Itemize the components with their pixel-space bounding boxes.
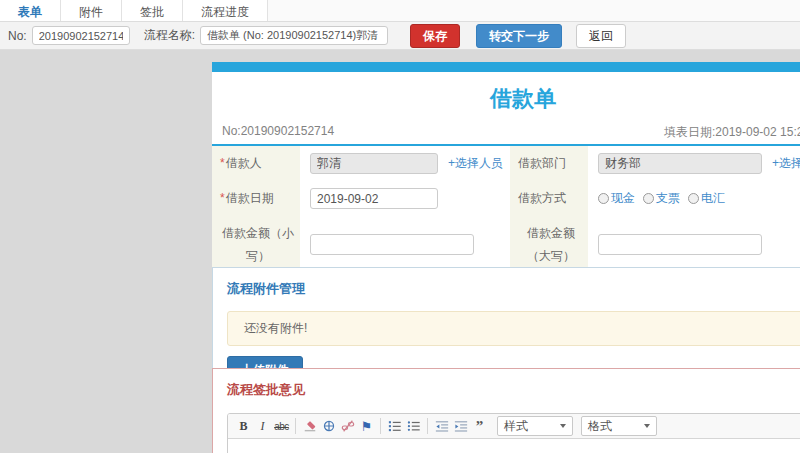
bold-icon[interactable]: B [234,417,253,435]
form-meta: No:20190902152714 填表日期:2019-09-02 15:27:… [212,124,800,142]
radio-wire[interactable]: 电汇 [688,190,725,207]
radio-cash[interactable]: 现金 [598,190,635,207]
toolbar-separator [427,418,428,434]
loan-date-input[interactable] [310,188,438,209]
no-attachments-alert: 还没有附件! [227,311,800,346]
chevron-down-icon [644,424,650,428]
rich-text-editor: B I abc ⚑ [227,413,800,453]
editor-content-area[interactable] [228,439,800,453]
borrower-label: *借款人 [212,146,300,181]
back-button[interactable]: 返回 [576,24,626,48]
tab-approval[interactable]: 签批 [122,0,183,21]
borrower-input[interactable] [310,153,438,174]
italic-icon[interactable]: I [253,417,272,435]
no-input[interactable] [32,26,130,45]
tab-attachments[interactable]: 附件 [61,0,122,21]
doc-number: No:20190902152714 [222,124,334,138]
loan-method-label: 借款方式 [510,181,588,216]
tab-bar: 表单 附件 签批 流程进度 [0,0,800,22]
save-button[interactable]: 保存 [410,24,460,48]
radio-icon [598,193,609,204]
amount-upper-input[interactable] [598,234,762,255]
select-department-link[interactable]: +选择部门 [772,155,800,172]
process-name-input[interactable] [200,26,388,45]
panel-top-bar [212,62,800,72]
forward-next-step-button[interactable]: 转交下一步 [476,24,562,48]
department-field: +选择部门 [588,146,800,181]
unlink-icon[interactable] [338,417,357,435]
bullet-list-icon[interactable] [404,417,423,435]
anchor-flag-icon[interactable]: ⚑ [357,417,376,435]
radio-icon [643,193,654,204]
amount-upper-label: 借款金额（大写） [510,216,588,274]
process-name-label: 流程名称: [144,27,195,44]
amount-lower-label: 借款金额（小写） [212,216,300,274]
numbered-list-icon[interactable] [385,417,404,435]
no-label: No: [8,29,27,43]
styles-dropdown[interactable]: 样式 [497,416,573,436]
required-mark: * [220,191,225,205]
radio-icon [688,193,699,204]
borrower-field: +选择人员 [300,146,510,181]
loan-date-label: *借款日期 [212,181,300,216]
format-dropdown[interactable]: 格式 [581,416,657,436]
select-person-link[interactable]: +选择人员 [448,155,503,172]
fill-date: 填表日期:2019-09-02 15:27:1 [664,124,800,141]
chevron-down-icon [560,424,566,428]
loan-method-radio-group: 现金 支票 电汇 [598,190,733,207]
required-mark: * [220,156,225,170]
tab-process-progress[interactable]: 流程进度 [183,0,268,21]
amount-upper-field [588,216,800,274]
remove-format-icon[interactable] [300,417,319,435]
indent-icon[interactable] [451,417,470,435]
tab-form[interactable]: 表单 [0,0,61,21]
department-input[interactable] [598,153,762,174]
attachments-section-title: 流程附件管理 [227,280,800,298]
radio-check[interactable]: 支票 [643,190,680,207]
approval-section-title: 流程签批意见 [227,381,800,399]
blockquote-icon[interactable]: ” [470,417,489,435]
department-label: 借款部门 [510,146,588,181]
amount-lower-field [300,216,510,274]
loan-method-field: 现金 支票 电汇 [588,181,800,216]
approval-panel: 流程签批意见 B I abc ⚑ [212,368,800,453]
outdent-icon[interactable] [432,417,451,435]
toolbar: No: 流程名称: 保存 转交下一步 返回 [0,22,800,50]
toolbar-separator [295,418,296,434]
amount-lower-input[interactable] [310,234,474,255]
toolbar-separator [380,418,381,434]
loan-date-field [300,181,510,216]
link-icon[interactable] [319,417,338,435]
strikethrough-icon[interactable]: abc [272,417,291,435]
editor-toolbar: B I abc ⚑ [228,414,800,439]
page-title: 借款单 [212,72,800,124]
